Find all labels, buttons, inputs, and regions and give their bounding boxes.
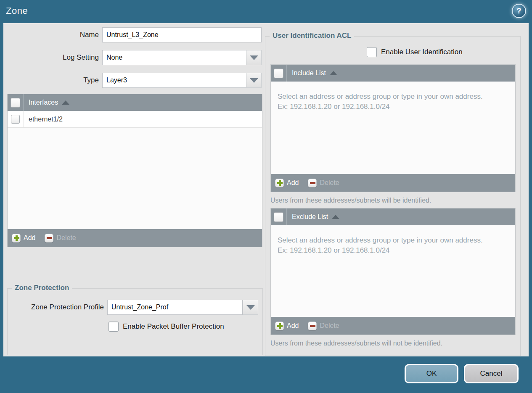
enable-packet-buffer-protection-checkbox[interactable] — [109, 322, 119, 332]
include-list-table: Include List Select an address or addres… — [270, 64, 516, 192]
delete-label: Delete — [56, 234, 76, 242]
enable-packet-buffer-protection-label: Enable Packet Buffer Protection — [123, 322, 224, 332]
delete-include-button[interactable]: Delete — [308, 179, 339, 187]
select-all-interfaces-checkbox[interactable] — [11, 98, 20, 108]
include-list-footer: Add Delete — [271, 174, 515, 192]
add-exclude-button[interactable]: Add — [275, 322, 299, 330]
interface-name: ethernet1/2 — [24, 111, 63, 127]
page-title: Zone — [6, 5, 28, 16]
add-interface-button[interactable]: Add — [12, 234, 35, 243]
include-list-note: Users from these addresses/subnets will … — [270, 197, 516, 204]
exclude-list-footer: Add Delete — [271, 317, 515, 335]
user-identification-acl-legend: User Identification ACL — [270, 32, 354, 40]
row-checkbox-cell — [8, 111, 24, 127]
sort-ascending-icon — [330, 71, 337, 75]
log-setting-dropdown-trigger[interactable] — [246, 50, 262, 65]
add-include-button[interactable]: Add — [275, 179, 299, 187]
add-label: Add — [287, 179, 299, 187]
exclude-list-placeholder: Select an address or address group or ty… — [271, 225, 515, 256]
interfaces-column-label: Interfaces — [29, 99, 58, 106]
exclude-list-column-label: Exclude List — [292, 213, 328, 221]
chevron-down-icon — [246, 305, 255, 310]
chevron-down-icon — [250, 78, 258, 83]
type-label: Type — [3, 73, 99, 88]
zone-protection-legend: Zone Protection — [12, 284, 72, 292]
plus-icon — [275, 179, 284, 187]
delete-label: Delete — [320, 322, 339, 330]
zone-dialog: Zone ? Name Log Setting Type Interfaces — [0, 0, 532, 393]
exclude-list-column-header[interactable]: Exclude List — [287, 208, 339, 225]
exclude-list-table: Exclude List Select an address or addres… — [270, 208, 516, 335]
select-all-include-checkbox[interactable] — [274, 69, 283, 78]
type-input[interactable] — [102, 73, 246, 88]
plus-icon — [12, 234, 21, 243]
plus-icon — [275, 322, 284, 330]
interface-row-checkbox[interactable] — [11, 115, 20, 124]
type-dropdown-trigger[interactable] — [246, 73, 262, 88]
interfaces-table-footer: Add Delete — [8, 229, 262, 247]
log-setting-input[interactable] — [102, 50, 246, 65]
name-label: Name — [3, 27, 99, 42]
ok-button[interactable]: OK — [405, 364, 458, 383]
log-setting-label: Log Setting — [3, 50, 99, 65]
exclude-list-body[interactable]: Select an address or address group or ty… — [271, 225, 515, 317]
zone-protection-profile-label: Zone Protection Profile — [7, 300, 104, 315]
delete-label: Delete — [320, 179, 339, 187]
enable-user-identification-label: Enable User Identification — [381, 47, 463, 57]
chevron-down-icon — [250, 55, 258, 60]
help-icon[interactable]: ? — [513, 5, 525, 17]
include-header-checkbox-cell — [271, 65, 287, 82]
table-row[interactable]: ethernet1/2 — [8, 111, 262, 128]
interfaces-header-checkbox-cell — [8, 94, 24, 111]
enable-user-identification-checkbox[interactable] — [367, 47, 377, 57]
delete-exclude-button[interactable]: Delete — [308, 322, 339, 330]
add-label: Add — [24, 234, 35, 242]
exclude-header-checkbox-cell — [271, 208, 287, 225]
interfaces-table: Interfaces ethernet1/2 Add — [7, 94, 262, 247]
zone-protection-profile-dropdown-trigger[interactable] — [243, 300, 258, 315]
minus-icon — [308, 179, 317, 187]
interfaces-table-body: ethernet1/2 — [8, 111, 262, 229]
include-list-column-header[interactable]: Include List — [287, 65, 337, 82]
dialog-body: Name Log Setting Type Interfaces — [3, 23, 529, 356]
include-list-body[interactable]: Select an address or address group or ty… — [271, 82, 515, 174]
include-list-column-label: Include List — [292, 69, 326, 77]
sort-ascending-icon — [62, 100, 69, 105]
exclude-list-header: Exclude List — [271, 208, 515, 225]
minus-icon — [308, 322, 317, 330]
minus-icon — [45, 234, 53, 243]
zone-protection-profile-input[interactable] — [107, 300, 243, 315]
delete-interface-button[interactable]: Delete — [45, 234, 76, 243]
dialog-titlebar: Zone ? — [0, 0, 532, 23]
cancel-button[interactable]: Cancel — [464, 364, 519, 383]
interfaces-column-header[interactable]: Interfaces — [24, 94, 69, 111]
include-list-header: Include List — [271, 65, 515, 82]
exclude-list-note: Users from these addresses/subnets will … — [270, 340, 516, 347]
name-input[interactable] — [102, 27, 262, 42]
add-label: Add — [287, 322, 299, 330]
interfaces-table-header: Interfaces — [8, 94, 262, 111]
include-list-placeholder: Select an address or address group or ty… — [271, 82, 515, 112]
sort-ascending-icon — [332, 215, 339, 219]
select-all-exclude-checkbox[interactable] — [274, 212, 283, 222]
